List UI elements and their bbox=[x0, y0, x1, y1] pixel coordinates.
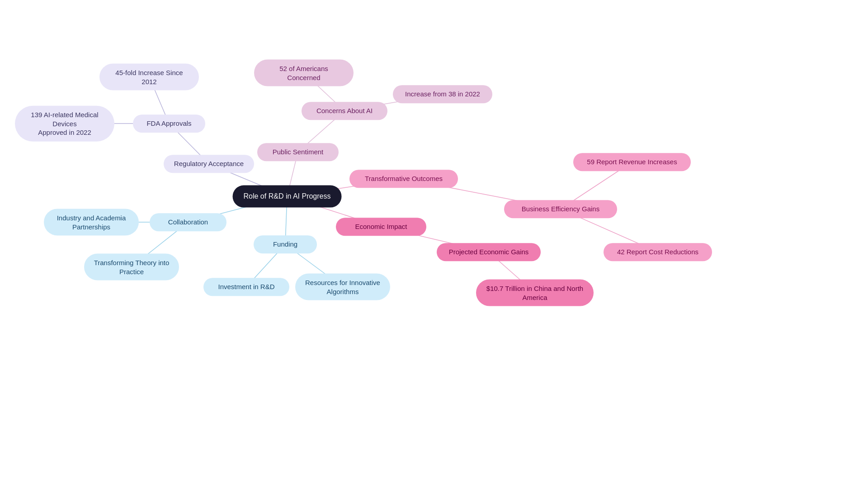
regulatory-label: Regulatory Acceptance bbox=[174, 159, 244, 168]
center-node: Role of R&D in AI Progress bbox=[233, 186, 342, 208]
public-sentiment-label: Public Sentiment bbox=[273, 147, 324, 157]
investment-node: Investment in R&D bbox=[203, 278, 289, 296]
center-label: Role of R&D in AI Progress bbox=[244, 192, 331, 201]
transforming-node: Transforming Theory into Practice bbox=[84, 254, 179, 281]
fda-node: FDA Approvals bbox=[133, 114, 205, 133]
americans-label: 52 of Americans Concerned bbox=[262, 64, 345, 82]
investment-label: Investment in R&D bbox=[218, 282, 274, 291]
americans-node: 52 of Americans Concerned bbox=[254, 60, 354, 86]
trillion-label: $10.7 Trillion in China and North Americ… bbox=[486, 284, 583, 302]
fold-increase-label: 45-fold Increase Since 2012 bbox=[108, 68, 191, 86]
collaboration-node: Collaboration bbox=[150, 213, 226, 231]
devices-node: 139 AI-related Medical Devices Approved … bbox=[15, 106, 114, 142]
devices-label: 139 AI-related Medical Devices Approved … bbox=[23, 110, 106, 137]
economic-impact-label: Economic Impact bbox=[355, 222, 407, 231]
projected-label: Projected Economic Gains bbox=[449, 247, 529, 257]
resources-label: Resources for Innovative Algorithms bbox=[305, 278, 380, 296]
business-efficiency-label: Business Efficiency Gains bbox=[522, 205, 599, 214]
funding-label: Funding bbox=[273, 240, 297, 249]
transformative-node: Transformative Outcomes bbox=[349, 170, 458, 188]
business-efficiency-node: Business Efficiency Gains bbox=[504, 200, 617, 218]
fda-label: FDA Approvals bbox=[146, 119, 191, 128]
trillion-node: $10.7 Trillion in China and North Americ… bbox=[476, 280, 594, 306]
fold-increase-node: 45-fold Increase Since 2012 bbox=[99, 64, 199, 90]
industry-academia-label: Industry and Academia Partnerships bbox=[57, 214, 126, 231]
increase-2022-node: Increase from 38 in 2022 bbox=[393, 85, 492, 103]
projected-node: Projected Economic Gains bbox=[437, 243, 541, 261]
increase-2022-label: Increase from 38 in 2022 bbox=[405, 90, 480, 99]
economic-impact-node: Economic Impact bbox=[336, 218, 426, 236]
public-sentiment-node: Public Sentiment bbox=[257, 143, 339, 161]
cost-label: 42 Report Cost Reductions bbox=[617, 247, 698, 257]
mindmap-canvas: Role of R&D in AI Progress Regulatory Ac… bbox=[0, 0, 868, 490]
revenue-label: 59 Report Revenue Increases bbox=[587, 157, 677, 167]
collaboration-label: Collaboration bbox=[168, 218, 208, 227]
concerns-ai-node: Concerns About AI bbox=[302, 102, 387, 120]
cost-node: 42 Report Cost Reductions bbox=[604, 243, 712, 261]
revenue-node: 59 Report Revenue Increases bbox=[573, 153, 691, 171]
transformative-label: Transformative Outcomes bbox=[365, 174, 443, 183]
resources-node: Resources for Innovative Algorithms bbox=[295, 274, 390, 300]
concerns-ai-label: Concerns About AI bbox=[316, 106, 373, 115]
industry-academia-node: Industry and Academia Partnerships bbox=[44, 209, 139, 236]
regulatory-node: Regulatory Acceptance bbox=[164, 155, 254, 173]
transforming-label: Transforming Theory into Practice bbox=[94, 258, 170, 276]
funding-node: Funding bbox=[254, 235, 317, 253]
